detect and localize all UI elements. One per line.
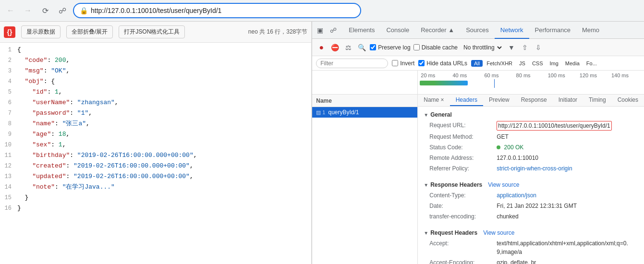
json-line: 10 "sex": 1, <box>0 140 311 150</box>
line-content: } <box>17 193 311 203</box>
status-code-row: Status Code: 200 OK <box>424 142 638 153</box>
line-number: 14 <box>0 182 17 192</box>
open-formatter-btn[interactable]: 打开JSON格式化工具 <box>119 25 185 38</box>
status-code-val: 200 OK <box>497 143 523 152</box>
home-button[interactable]: ☍ <box>56 4 69 17</box>
tab-elements[interactable]: Elements <box>343 22 380 39</box>
details-tab-name[interactable]: Name × <box>418 95 450 106</box>
tab-recorder[interactable]: Recorder ▲ <box>415 22 460 39</box>
filter-icon-btn[interactable]: ⚖ <box>343 42 353 53</box>
line-number: 6 <box>0 98 17 108</box>
line-number: 3 <box>0 66 17 76</box>
tab-console[interactable]: Console <box>380 22 415 39</box>
view-source-link[interactable]: View source <box>488 181 519 188</box>
invert-label[interactable]: Invert <box>392 60 414 67</box>
line-content: "password": "1", <box>17 108 311 118</box>
filter-tab-fo[interactable]: Fo... <box>583 60 600 67</box>
line-content: "name": "张三a", <box>17 119 311 129</box>
request-view-source-link[interactable]: View source <box>483 229 514 236</box>
json-line: 11 "birthday": "2019-02-26T16:00:00.000+… <box>0 150 311 161</box>
remote-address-val: 127.0.0.1:10010 <box>497 154 538 162</box>
json-line: 7 "password": "1", <box>0 108 311 119</box>
details-tabs: Name ×HeadersPreviewResponseInitiatorTim… <box>418 95 644 107</box>
invert-checkbox[interactable] <box>392 60 398 66</box>
disable-cache-checkbox[interactable] <box>413 44 420 50</box>
preserve-log-checkbox[interactable] <box>370 44 376 50</box>
request-row[interactable]: ▨ 1 queryById/1 <box>312 107 417 118</box>
throttle-select[interactable]: No throttling <box>461 43 503 52</box>
throttle-down-icon[interactable]: ▼ <box>506 42 517 53</box>
details-tab-headers[interactable]: Headers <box>450 95 483 106</box>
tab-performance[interactable]: Performance <box>529 22 576 39</box>
json-line: 2 "code": 200, <box>0 55 311 66</box>
line-number: 9 <box>0 130 17 139</box>
line-content: "updated": "2019-02-26T16:00:00.000+00:0… <box>17 172 311 181</box>
date-val: Fri, 21 Jan 2022 12:31:31 GMT <box>497 202 577 210</box>
details-tab-response[interactable]: Response <box>515 95 553 106</box>
hide-data-urls-label[interactable]: Hide data URLs <box>418 60 467 67</box>
json-line: 8 "name": "张三a", <box>0 119 311 129</box>
device-icon[interactable]: ☍ <box>328 24 339 36</box>
line-content: { <box>17 45 311 55</box>
filter-tab-css[interactable]: CSS <box>529 60 546 67</box>
line-content: "obj": { <box>17 77 311 86</box>
filter-tab-fetchxhr[interactable]: Fetch/XHR <box>484 60 515 67</box>
refresh-button[interactable]: ⟳ <box>38 4 52 17</box>
disable-cache-label[interactable]: Disable cache <box>413 44 458 51</box>
general-section-header[interactable]: General <box>424 109 638 120</box>
devtools-tab-bar: ▣ ☍ Elements Console Recorder ▲ Sources … <box>312 22 644 39</box>
back-button[interactable]: ← <box>4 4 17 17</box>
json-icon: {} <box>4 26 15 38</box>
accept-val: text/html,application/xhtml+xml,applicat… <box>497 239 632 256</box>
details-tab-cookies[interactable]: Cookies <box>612 95 644 106</box>
json-line: 9 "age": 18, <box>0 129 311 140</box>
response-headers-header[interactable]: Response Headers View source <box>424 180 638 190</box>
request-headers-header[interactable]: Request Headers View source <box>424 228 638 238</box>
search-icon-btn[interactable]: 🔍 <box>356 42 367 53</box>
details-tab-preview[interactable]: Preview <box>483 95 515 106</box>
details-pane: General Request URL: http://127.0.0.1:10… <box>418 107 644 264</box>
line-number: 2 <box>0 56 17 65</box>
details-tab-initiator[interactable]: Initiator <box>553 95 583 106</box>
forward-button[interactable]: → <box>21 4 35 17</box>
collapse-expand-btn[interactable]: 全部折叠/展开 <box>66 25 113 38</box>
filter-tab-media[interactable]: Media <box>562 60 583 67</box>
line-number: 11 <box>0 151 17 160</box>
json-line: 14 "note": "在学习Java..." <box>0 182 311 192</box>
response-headers-section: Response Headers View source Content-Typ… <box>418 177 644 225</box>
req-list-header: Name <box>312 95 417 107</box>
preserve-log-label[interactable]: Preserve log <box>370 44 410 51</box>
filter-tab-img[interactable]: Img <box>547 60 561 67</box>
json-line: 5 "id": 1, <box>0 87 311 97</box>
tick-label: 20 ms <box>420 72 451 78</box>
line-content: "birthday": "2019-02-26T16:00:00.000+00:… <box>17 151 311 160</box>
hide-data-urls-checkbox[interactable] <box>418 60 425 66</box>
accept-row: Accept: text/html,application/xhtml+xml,… <box>424 238 638 257</box>
req-num: ▨ 1 <box>316 109 325 116</box>
line-content: "id": 1, <box>17 87 311 97</box>
tick-label: 120 ms <box>579 72 610 78</box>
line-content: "note": "在学习Java..." <box>17 182 311 192</box>
import-icon[interactable]: ⇧ <box>520 42 530 53</box>
filter-tab-js[interactable]: JS <box>516 60 528 67</box>
export-icon[interactable]: ⇩ <box>533 42 544 53</box>
details-tab-timing[interactable]: Timing <box>583 95 612 106</box>
tick-label: 40 ms <box>451 72 483 78</box>
tab-memo[interactable]: Memo <box>576 22 605 39</box>
lock-icon: 🔒 <box>80 7 88 14</box>
request-url-row: Request URL: http://127.0.0.1:10010/test… <box>424 120 638 132</box>
filter-tab-all[interactable]: All <box>471 60 483 67</box>
clear-btn[interactable]: ⛔ <box>329 42 340 53</box>
tab-network[interactable]: Network <box>495 22 529 39</box>
tab-sources[interactable]: Sources <box>460 22 495 39</box>
record-btn[interactable]: ● <box>316 42 327 53</box>
line-content: "msg": "OK", <box>17 66 311 76</box>
neo-info: neo 共 16 行，328字节 <box>248 28 307 36</box>
filter-tabs: AllFetch/XHRJSCSSImgMediaFo... <box>471 60 600 67</box>
tick-label: 100 ms <box>547 72 579 78</box>
filter-input[interactable] <box>316 59 388 68</box>
inspect-icon[interactable]: ▣ <box>314 24 326 36</box>
json-line: 4 "obj": { <box>0 76 311 87</box>
request-method-row: Request Method: GET <box>424 132 638 142</box>
show-raw-btn[interactable]: 显示原数据 <box>21 25 61 38</box>
